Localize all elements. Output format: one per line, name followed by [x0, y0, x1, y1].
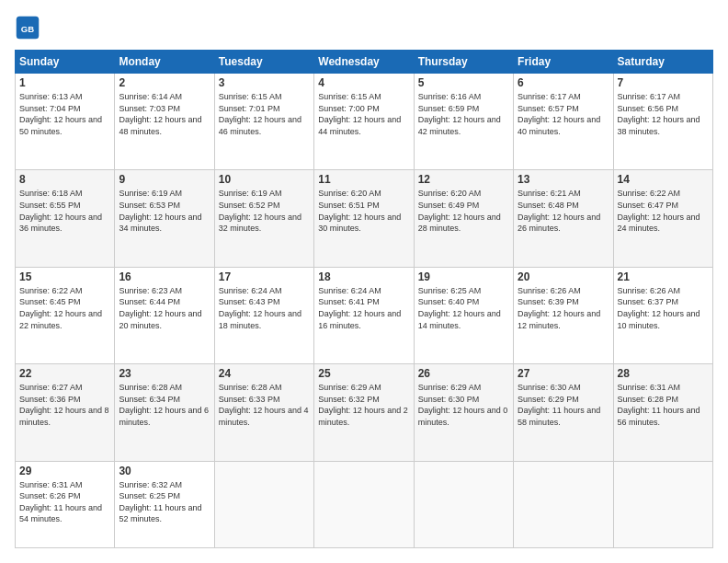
calendar-cell: 19 Sunrise: 6:25 AMSunset: 6:40 PMDaylig… [414, 267, 513, 363]
svg-text:GB: GB [21, 24, 34, 34]
day-number: 4 [318, 76, 409, 89]
day-number: 8 [19, 173, 110, 186]
day-number: 19 [418, 270, 509, 283]
day-info: Sunrise: 6:13 AMSunset: 7:04 PMDaylight:… [19, 91, 110, 137]
day-info: Sunrise: 6:21 AMSunset: 6:48 PMDaylight:… [518, 188, 609, 234]
day-number: 24 [219, 367, 310, 380]
day-header-saturday: Saturday [613, 51, 712, 74]
day-number: 9 [119, 173, 210, 186]
day-info: Sunrise: 6:24 AMSunset: 6:43 PMDaylight:… [219, 285, 310, 331]
day-info: Sunrise: 6:25 AMSunset: 6:40 PMDaylight:… [418, 285, 509, 331]
day-info: Sunrise: 6:23 AMSunset: 6:44 PMDaylight:… [119, 285, 210, 331]
calendar-cell: 25 Sunrise: 6:29 AMSunset: 6:32 PMDaylig… [314, 364, 414, 461]
calendar-cell [214, 461, 313, 547]
day-info: Sunrise: 6:17 AMSunset: 6:56 PMDaylight:… [618, 91, 709, 137]
calendar-cell: 21 Sunrise: 6:26 AMSunset: 6:37 PMDaylig… [613, 267, 712, 363]
calendar-cell: 10 Sunrise: 6:19 AMSunset: 6:52 PMDaylig… [214, 170, 313, 267]
day-number: 25 [318, 367, 409, 380]
calendar-cell: 17 Sunrise: 6:24 AMSunset: 6:43 PMDaylig… [214, 267, 313, 363]
calendar-cell: 4 Sunrise: 6:15 AMSunset: 7:00 PMDayligh… [314, 74, 414, 170]
day-number: 13 [518, 173, 609, 186]
day-number: 1 [19, 76, 110, 89]
day-number: 15 [19, 270, 110, 283]
day-info: Sunrise: 6:19 AMSunset: 6:52 PMDaylight:… [219, 188, 310, 234]
day-header-wednesday: Wednesday [314, 51, 414, 74]
calendar-cell [414, 461, 513, 547]
calendar-cell: 29 Sunrise: 6:31 AMSunset: 6:26 PMDaylig… [16, 461, 115, 547]
day-info: Sunrise: 6:29 AMSunset: 6:32 PMDaylight:… [318, 382, 409, 428]
day-number: 3 [219, 76, 310, 89]
day-info: Sunrise: 6:30 AMSunset: 6:29 PMDaylight:… [518, 382, 609, 428]
day-number: 2 [119, 76, 210, 89]
day-number: 7 [618, 76, 709, 89]
day-number: 18 [318, 270, 409, 283]
calendar-cell: 2 Sunrise: 6:14 AMSunset: 7:03 PMDayligh… [115, 74, 214, 170]
day-number: 16 [119, 270, 210, 283]
day-info: Sunrise: 6:17 AMSunset: 6:57 PMDaylight:… [518, 91, 609, 137]
calendar-cell: 9 Sunrise: 6:19 AMSunset: 6:53 PMDayligh… [115, 170, 214, 267]
logo-icon: GB [15, 15, 40, 40]
calendar-cell: 1 Sunrise: 6:13 AMSunset: 7:04 PMDayligh… [16, 74, 115, 170]
day-number: 22 [19, 367, 110, 380]
calendar-cell [613, 461, 712, 547]
logo: GB [15, 15, 44, 40]
calendar-cell: 23 Sunrise: 6:28 AMSunset: 6:34 PMDaylig… [115, 364, 214, 461]
day-number: 28 [618, 367, 709, 380]
day-header-thursday: Thursday [414, 51, 513, 74]
day-info: Sunrise: 6:28 AMSunset: 6:33 PMDaylight:… [219, 382, 310, 428]
calendar-cell: 11 Sunrise: 6:20 AMSunset: 6:51 PMDaylig… [314, 170, 414, 267]
day-number: 23 [119, 367, 210, 380]
day-info: Sunrise: 6:15 AMSunset: 7:00 PMDaylight:… [318, 91, 409, 137]
day-number: 6 [518, 76, 609, 89]
calendar-cell: 24 Sunrise: 6:28 AMSunset: 6:33 PMDaylig… [214, 364, 313, 461]
calendar-cell: 30 Sunrise: 6:32 AMSunset: 6:25 PMDaylig… [115, 461, 214, 547]
day-info: Sunrise: 6:22 AMSunset: 6:45 PMDaylight:… [19, 285, 110, 331]
calendar-cell: 6 Sunrise: 6:17 AMSunset: 6:57 PMDayligh… [514, 74, 613, 170]
calendar-body: 1 Sunrise: 6:13 AMSunset: 7:04 PMDayligh… [16, 74, 713, 548]
calendar-table: SundayMondayTuesdayWednesdayThursdayFrid… [15, 50, 713, 548]
day-header-sunday: Sunday [16, 51, 115, 74]
day-header-monday: Monday [115, 51, 214, 74]
calendar-header: SundayMondayTuesdayWednesdayThursdayFrid… [16, 51, 713, 74]
calendar-cell: 3 Sunrise: 6:15 AMSunset: 7:01 PMDayligh… [214, 74, 313, 170]
calendar-cell: 14 Sunrise: 6:22 AMSunset: 6:47 PMDaylig… [613, 170, 712, 267]
calendar-cell: 8 Sunrise: 6:18 AMSunset: 6:55 PMDayligh… [16, 170, 115, 267]
day-info: Sunrise: 6:32 AMSunset: 6:25 PMDaylight:… [119, 479, 210, 525]
day-header-tuesday: Tuesday [214, 51, 313, 74]
day-number: 29 [19, 465, 110, 477]
calendar-cell: 22 Sunrise: 6:27 AMSunset: 6:36 PMDaylig… [16, 364, 115, 461]
day-info: Sunrise: 6:27 AMSunset: 6:36 PMDaylight:… [19, 382, 110, 428]
day-number: 17 [219, 270, 310, 283]
calendar-cell: 7 Sunrise: 6:17 AMSunset: 6:56 PMDayligh… [613, 74, 712, 170]
day-info: Sunrise: 6:24 AMSunset: 6:41 PMDaylight:… [318, 285, 409, 331]
calendar-cell: 12 Sunrise: 6:20 AMSunset: 6:49 PMDaylig… [414, 170, 513, 267]
day-info: Sunrise: 6:28 AMSunset: 6:34 PMDaylight:… [119, 382, 210, 428]
day-number: 26 [418, 367, 509, 380]
calendar-cell: 5 Sunrise: 6:16 AMSunset: 6:59 PMDayligh… [414, 74, 513, 170]
day-info: Sunrise: 6:22 AMSunset: 6:47 PMDaylight:… [618, 188, 709, 234]
day-info: Sunrise: 6:26 AMSunset: 6:39 PMDaylight:… [518, 285, 609, 331]
day-info: Sunrise: 6:19 AMSunset: 6:53 PMDaylight:… [119, 188, 210, 234]
day-info: Sunrise: 6:15 AMSunset: 7:01 PMDaylight:… [219, 91, 310, 137]
day-number: 30 [119, 465, 210, 477]
day-number: 10 [219, 173, 310, 186]
calendar-cell: 13 Sunrise: 6:21 AMSunset: 6:48 PMDaylig… [514, 170, 613, 267]
day-info: Sunrise: 6:31 AMSunset: 6:26 PMDaylight:… [19, 479, 110, 525]
day-number: 11 [318, 173, 409, 186]
day-number: 21 [618, 270, 709, 283]
calendar-cell: 18 Sunrise: 6:24 AMSunset: 6:41 PMDaylig… [314, 267, 414, 363]
calendar-cell: 28 Sunrise: 6:31 AMSunset: 6:28 PMDaylig… [613, 364, 712, 461]
calendar-cell [314, 461, 414, 547]
calendar-cell: 20 Sunrise: 6:26 AMSunset: 6:39 PMDaylig… [514, 267, 613, 363]
day-number: 5 [418, 76, 509, 89]
day-info: Sunrise: 6:31 AMSunset: 6:28 PMDaylight:… [618, 382, 709, 428]
day-number: 14 [618, 173, 709, 186]
day-info: Sunrise: 6:29 AMSunset: 6:30 PMDaylight:… [418, 382, 509, 428]
day-info: Sunrise: 6:20 AMSunset: 6:49 PMDaylight:… [418, 188, 509, 234]
calendar-cell: 27 Sunrise: 6:30 AMSunset: 6:29 PMDaylig… [514, 364, 613, 461]
calendar-cell: 26 Sunrise: 6:29 AMSunset: 6:30 PMDaylig… [414, 364, 513, 461]
day-info: Sunrise: 6:18 AMSunset: 6:55 PMDaylight:… [19, 188, 110, 234]
day-number: 27 [518, 367, 609, 380]
calendar-cell: 16 Sunrise: 6:23 AMSunset: 6:44 PMDaylig… [115, 267, 214, 363]
calendar-cell [514, 461, 613, 547]
